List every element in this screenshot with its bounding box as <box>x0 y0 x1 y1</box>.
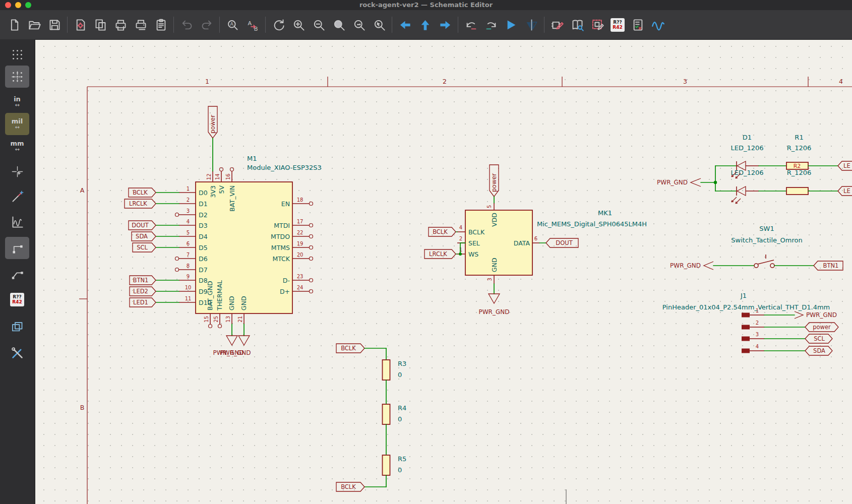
paste-button[interactable] <box>151 14 171 36</box>
highlight-net-button[interactable] <box>5 185 29 208</box>
unit-mm-button[interactable]: mm↔ <box>5 135 29 157</box>
redo-button[interactable] <box>197 14 217 36</box>
switch-sw1[interactable]: SW1 Switch_Tactile_Omron PWR_GND BTN1 <box>670 225 843 270</box>
global-label-power[interactable]: power <box>805 323 838 332</box>
global-label-cut[interactable]: LE <box>838 161 852 170</box>
angle-wire-mode-button[interactable] <box>5 262 29 284</box>
grid-axes-button[interactable] <box>5 66 29 88</box>
edit-symbol-button[interactable] <box>547 14 567 36</box>
svg-text:DATA: DATA <box>514 239 530 247</box>
save-button[interactable] <box>44 14 65 36</box>
schematic-canvas[interactable]: 1 2 3 4 A B power M1 Module_XIAO-ESP32S3… <box>35 39 852 504</box>
pwr-gnd-symbol[interactable]: PWR_GND <box>670 262 754 270</box>
global-label-bclk-bottom[interactable]: BCLK <box>336 482 364 491</box>
resistor-r4[interactable]: R4 0 <box>383 404 407 424</box>
redo-selection-button[interactable] <box>481 14 501 36</box>
annotate-button[interactable]: R?? R42 <box>607 14 628 36</box>
pwr-gnd-symbol[interactable]: PWR_GND <box>657 178 715 186</box>
svg-text:17: 17 <box>297 219 303 224</box>
sheet-pages-button[interactable] <box>5 316 29 338</box>
new-schematic-button[interactable] <box>4 14 24 36</box>
unit-mils-button[interactable]: mil↔ <box>5 113 29 135</box>
hv-wire-mode-button[interactable] <box>5 237 29 259</box>
resistor-chain[interactable]: BCLK R3 0 R4 0 R5 0 BCLK <box>336 344 406 491</box>
mk1-gnd-symbol[interactable]: PWR_GND <box>479 284 510 316</box>
zoom-objects-icon <box>352 18 366 32</box>
global-label-scl: SCL <box>137 244 148 251</box>
open-button[interactable] <box>24 14 44 36</box>
annotate-auto-button[interactable]: R?? R42 <box>5 288 29 310</box>
nav-up-button[interactable] <box>415 14 435 36</box>
j1-value: PinHeader_01x04_P2.54mm_Vertical_THT_D1.… <box>662 303 830 311</box>
power-flag-label: power <box>209 115 216 134</box>
find-replace-button[interactable]: AB <box>242 14 263 36</box>
window-title: rock-agent-ver2 — Schematic Editor <box>0 1 852 9</box>
resistor-r2[interactable] <box>759 187 838 195</box>
svg-text:13: 13 <box>225 316 231 323</box>
footprint-assign-button[interactable] <box>587 14 607 36</box>
svg-text:BAT_GND: BAT_GND <box>206 281 214 310</box>
hierarchy-button[interactable] <box>521 14 541 36</box>
global-label-scl[interactable]: SCL <box>805 334 832 343</box>
zoom-in-button[interactable] <box>288 14 309 36</box>
svg-text:4: 4 <box>187 219 190 224</box>
zoom-objects-button[interactable] <box>349 14 369 36</box>
svg-text:D4: D4 <box>199 233 208 240</box>
undo-selection-button[interactable] <box>461 14 481 36</box>
pwr-gnd-symbol[interactable]: PWR_GND <box>795 311 837 319</box>
power-flag[interactable]: power <box>490 165 499 203</box>
pages-icon <box>94 18 107 32</box>
connector-j1[interactable]: J1 PinHeader_01x04_P2.54mm_Vertical_THT_… <box>662 292 838 355</box>
nav-back-button[interactable] <box>395 14 415 36</box>
mk1-dout-label[interactable]: DOUT <box>539 238 578 247</box>
tools-button[interactable] <box>5 342 29 364</box>
global-label-cut[interactable]: LE <box>838 186 852 196</box>
svg-text:D5: D5 <box>199 244 208 251</box>
svg-text:A: A <box>248 20 252 26</box>
titlebar: rock-agent-ver2 — Schematic Editor <box>0 0 852 10</box>
unit-inches-button[interactable]: in↔ <box>5 91 29 113</box>
svg-text:D-: D- <box>283 277 290 284</box>
m1-left-labels[interactable]: BCLK LRCLK DOUT SDA SCL BTN1 LED2 LED1 <box>125 188 179 307</box>
global-label-bclk-top[interactable]: BCLK <box>336 344 364 353</box>
crosshair-cursor-button[interactable] <box>5 160 29 182</box>
schematic-setup-button[interactable] <box>70 14 90 36</box>
zoom-selection-button[interactable] <box>369 14 389 36</box>
m1-gnd-symbols[interactable]: PWR_GND PWR_GND <box>213 324 251 356</box>
zoom-fit-button[interactable] <box>329 14 349 36</box>
power-flag[interactable]: power <box>208 106 217 171</box>
plot-button[interactable] <box>131 14 151 36</box>
undo-button[interactable] <box>176 14 197 36</box>
grid-dots-button[interactable] <box>5 43 29 66</box>
led-d2[interactable] <box>715 186 759 204</box>
symbol-library-button[interactable] <box>567 14 587 36</box>
global-label-sda[interactable]: SDA <box>805 346 832 355</box>
svg-text:15: 15 <box>204 316 209 323</box>
waveform-button[interactable] <box>5 211 29 233</box>
d1-reference: D1 <box>743 134 752 141</box>
simulator-button[interactable] <box>648 14 668 36</box>
resistor-r1[interactable]: R2 <box>759 162 838 169</box>
component-mk1[interactable]: power MK1 Mic_MEMS_Digital_SPH0645LM4H 5… <box>424 165 647 316</box>
zoom-out-button[interactable] <box>309 14 329 36</box>
refresh-button[interactable] <box>268 14 288 36</box>
find-button[interactable]: A <box>222 14 242 36</box>
enter-sheet-button[interactable] <box>501 14 521 36</box>
resistor-r5[interactable]: R5 0 <box>383 455 407 475</box>
resistor-r3[interactable]: R3 0 <box>383 360 407 380</box>
frame-col-3: 3 <box>683 78 687 85</box>
pwr-gnd-label: PWR_GND <box>479 308 510 316</box>
page-settings-button[interactable] <box>90 14 110 36</box>
pwr-gnd-label: PWR_GND <box>657 179 688 186</box>
erc-button[interactable] <box>628 14 648 36</box>
nav-forward-button[interactable] <box>435 14 455 36</box>
global-label-btn1[interactable]: BTN1 <box>814 261 843 270</box>
print-button[interactable] <box>110 14 131 36</box>
toolbar-separator <box>265 17 266 33</box>
svg-text:GND: GND <box>240 296 248 310</box>
component-m1[interactable]: power M1 Module_XIAO-ESP32S3 12 14 16 3V… <box>125 106 322 356</box>
led-network[interactable]: D1 LED_1206 R1 R_1206 LED_1206 R_1206 PW… <box>657 134 852 204</box>
global-label-lrclk: LRCLK <box>429 250 447 258</box>
svg-text:16: 16 <box>225 173 231 180</box>
svg-text:6: 6 <box>534 236 537 241</box>
